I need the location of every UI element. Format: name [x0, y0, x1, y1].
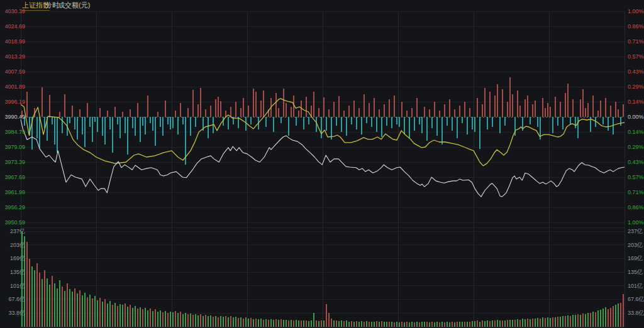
price-axis-label: 3990.49: [1, 114, 25, 120]
price-axis-label: 3961.99: [1, 189, 25, 195]
percent-axis-label: 0.86%: [628, 204, 644, 210]
volume-axis-label: 169亿: [1, 255, 25, 261]
volume-axis-label: 33.8亿: [1, 310, 25, 316]
volume-axis-label: 237亿: [1, 228, 25, 234]
price-axis-label: 4018.99: [1, 38, 25, 45]
price-axis-label: 4030.39: [1, 8, 25, 14]
percent-axis-label: 1.00%: [628, 8, 644, 14]
price-axis-label: 3973.39: [1, 159, 25, 165]
percent-axis-label: 0.43%: [628, 159, 644, 165]
volume-axis-label: 33.8亿: [628, 310, 644, 316]
percent-axis-label: 0.71%: [628, 38, 644, 45]
price-axis-label: 4007.59: [1, 68, 25, 75]
price-axis-label: 3956.29: [1, 204, 25, 210]
volume-axis-label: 237亿: [628, 228, 643, 234]
volume-axis-label: 135亿: [1, 269, 25, 275]
percent-axis-label: 0.86%: [628, 23, 644, 30]
volume-axis-label: 169亿: [628, 255, 643, 261]
chart-plot-area[interactable]: [0, 0, 644, 328]
percent-axis-label: 0.57%: [628, 53, 644, 60]
percent-axis-label: 0.43%: [628, 68, 644, 75]
volume-axis-label: 67.6亿: [628, 296, 644, 302]
volume-axis-label: 135亿: [628, 269, 643, 275]
percent-axis-label: 0.57%: [628, 174, 644, 180]
volume-axis-label: 101亿: [628, 283, 643, 289]
price-axis-label: 4001.89: [1, 84, 25, 90]
percent-axis-label: 0.29%: [628, 144, 644, 150]
price-axis-label: 3967.69: [1, 174, 25, 180]
price-axis-label: 3996.19: [1, 99, 25, 105]
price-axis-label: 4013.29: [1, 53, 25, 60]
price-axis-label: 3979.09: [1, 144, 25, 150]
percent-axis-label: 0.71%: [628, 189, 644, 195]
volume-axis-label: 203亿: [1, 242, 25, 248]
price-axis-label: 3950.59: [1, 219, 25, 226]
percent-axis-label: 0.14%: [628, 129, 644, 135]
price-axis-label: 3984.79: [1, 129, 25, 135]
volume-axis-label: 67.6亿: [1, 296, 25, 302]
percent-axis-label: 0.29%: [628, 84, 644, 90]
percent-axis-label: 0.14%: [628, 99, 644, 105]
volume-axis-label: 203亿: [628, 242, 643, 248]
intraday-chart-window: 上证指数 分时 成交额(元) 4030.394024.694018.994013…: [0, 0, 644, 328]
percent-axis-label: 1.00%: [628, 219, 644, 226]
percent-axis-label: 0.00%: [628, 114, 644, 120]
volume-axis-label: 101亿: [1, 283, 25, 289]
price-axis-label: 4024.69: [1, 23, 25, 30]
